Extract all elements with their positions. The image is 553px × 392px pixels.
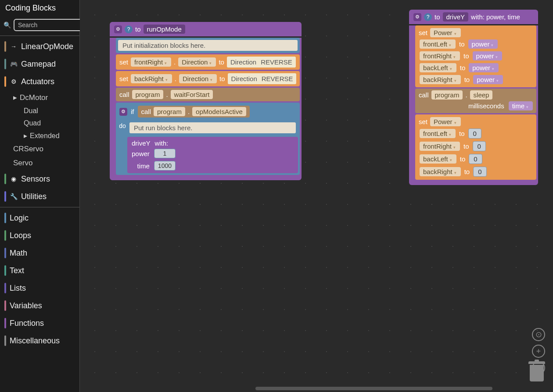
category-lists[interactable]: Lists bbox=[0, 279, 79, 297]
motor-dropdown[interactable]: backLeft bbox=[420, 154, 456, 164]
value-zero[interactable]: 0 bbox=[473, 167, 486, 177]
param-power-value[interactable]: 1 bbox=[154, 149, 176, 158]
if-block[interactable]: ⚙ if call program . opModeIsActive do Pu… bbox=[116, 103, 300, 175]
set-direction-backright[interactable]: set backRight . Direction to Direction R… bbox=[116, 71, 300, 86]
set-keyword: set bbox=[119, 75, 128, 82]
reverse-value: REVERSE bbox=[261, 58, 292, 66]
gear-icon[interactable]: ⚙ bbox=[119, 108, 127, 116]
comment-text[interactable]: Put initialization blocks here. bbox=[118, 40, 298, 51]
to-keyword: to bbox=[463, 143, 469, 150]
call-keyword: call bbox=[141, 108, 151, 115]
to-keyword: to bbox=[135, 25, 141, 33]
subcategory-label: CRServo bbox=[13, 145, 43, 153]
category-loops[interactable]: Loops bbox=[0, 227, 79, 244]
set-power-block[interactable]: set Power frontLeft to power frontRight … bbox=[415, 25, 536, 87]
call-opmodeisactive[interactable]: call program . opModeIsActive bbox=[138, 106, 250, 118]
function-runopmode[interactable]: ⚙ ? to runOpMode Put initialization bloc… bbox=[110, 22, 302, 180]
gear-icon[interactable]: ⚙ bbox=[114, 25, 122, 33]
call-sleep[interactable]: call program . sleep milliseconds time bbox=[415, 89, 536, 113]
property-dropdown[interactable]: Power bbox=[430, 28, 461, 37]
value-zero[interactable]: 0 bbox=[469, 154, 482, 164]
gear-icon[interactable]: ⚙ bbox=[413, 13, 421, 21]
category-gamepad[interactable]: 🎮 Gamepad bbox=[0, 55, 79, 73]
motor-dropdown[interactable]: frontRight bbox=[420, 51, 460, 61]
category-label: Utilities bbox=[21, 192, 47, 201]
divider bbox=[0, 207, 79, 207]
var-power[interactable]: power bbox=[473, 75, 503, 84]
category-color bbox=[4, 248, 6, 258]
to-keyword: to bbox=[434, 13, 440, 21]
subcategory-quad[interactable]: Quad bbox=[0, 117, 79, 129]
set-keyword: set bbox=[119, 58, 128, 66]
function-hat[interactable]: ⚙ ? to runOpMode bbox=[110, 22, 302, 36]
reverse-value: REVERSE bbox=[262, 75, 293, 82]
set-power-zero-block[interactable]: set Power frontLeft to 0 frontRight to 0 bbox=[415, 114, 536, 180]
program-pill: program bbox=[431, 90, 463, 100]
motor-dropdown[interactable]: backRight bbox=[420, 167, 461, 176]
motor-dropdown[interactable]: backLeft bbox=[420, 63, 456, 72]
category-logic[interactable]: Logic bbox=[0, 209, 79, 227]
category-sensors[interactable]: ◉ Sensors bbox=[0, 170, 79, 188]
motor-dropdown[interactable]: frontLeft bbox=[420, 39, 456, 49]
with-params: with: power, time bbox=[471, 13, 520, 21]
motor-dropdown[interactable]: frontLeft bbox=[420, 129, 456, 138]
motor-row-frontright: frontRight to 0 bbox=[420, 140, 535, 153]
value-zero[interactable]: 0 bbox=[468, 128, 481, 139]
category-miscellaneous[interactable]: Miscellaneous bbox=[0, 332, 79, 349]
function-name[interactable]: driveY bbox=[443, 12, 469, 21]
category-label: Text bbox=[10, 266, 24, 275]
do-keyword: do bbox=[118, 119, 127, 173]
property-dropdown[interactable]: Power bbox=[430, 117, 461, 126]
category-math[interactable]: Math bbox=[0, 244, 79, 262]
direction-value-slot[interactable]: Direction REVERSE bbox=[228, 73, 297, 84]
if-body: do Put run blocks here. driveY with: pow… bbox=[118, 119, 298, 173]
motor-row-frontleft: frontLeft to 0 bbox=[420, 127, 535, 140]
workspace-canvas[interactable]: ⚙ ? to runOpMode Put initialization bloc… bbox=[80, 0, 553, 392]
motor-dropdown[interactable]: backRight bbox=[420, 75, 461, 84]
call-waitforstart[interactable]: call program . waitForStart bbox=[116, 88, 300, 101]
subcategory-extended[interactable]: ▸Extended bbox=[0, 129, 79, 142]
sleep-param: milliseconds time bbox=[419, 100, 533, 111]
category-color bbox=[4, 318, 6, 328]
category-actuators[interactable]: ⚙ Actuators bbox=[0, 73, 79, 90]
var-time[interactable]: time bbox=[509, 101, 533, 110]
category-utilities[interactable]: 🔧 Utilities bbox=[0, 188, 79, 205]
var-power[interactable]: power bbox=[469, 63, 499, 72]
comment-text[interactable]: Put run blocks here. bbox=[129, 122, 296, 133]
motor-row-backleft: backLeft to 0 bbox=[420, 153, 535, 165]
zoom-in-button[interactable]: + bbox=[532, 345, 545, 358]
call-drivey[interactable]: driveY with: power 1 time 1000 bbox=[127, 137, 298, 173]
direction-value-slot[interactable]: Direction REVERSE bbox=[227, 57, 296, 68]
param-time-value[interactable]: 1000 bbox=[154, 161, 176, 171]
horizontal-scrollbar[interactable] bbox=[255, 387, 492, 390]
motor-dropdown[interactable]: frontRight bbox=[420, 142, 460, 151]
comment-block[interactable]: Put run blocks here. bbox=[127, 120, 298, 135]
category-functions[interactable]: Functions bbox=[0, 314, 79, 332]
subcategory-dual[interactable]: Dual bbox=[0, 105, 79, 117]
subcategory-servo[interactable]: Servo bbox=[0, 156, 79, 170]
function-name[interactable]: runOpMode bbox=[144, 25, 185, 34]
with-keyword: with: bbox=[154, 139, 168, 147]
function-hat[interactable]: ⚙ ? to driveY with: power, time bbox=[409, 10, 538, 24]
var-power[interactable]: power bbox=[473, 51, 503, 61]
function-drivey[interactable]: ⚙ ? to driveY with: power, time set Powe… bbox=[409, 10, 538, 185]
trash-button[interactable] bbox=[528, 361, 545, 383]
center-button[interactable]: ⊙ bbox=[532, 328, 545, 341]
property-dropdown[interactable]: Direction bbox=[178, 57, 216, 67]
property-dropdown[interactable]: Direction bbox=[179, 74, 217, 83]
category-text[interactable]: Text bbox=[0, 262, 79, 279]
motor-rows: frontLeft to 0 frontRight to 0 backLeft … bbox=[417, 127, 535, 178]
help-icon[interactable]: ? bbox=[125, 25, 133, 33]
motor-dropdown[interactable]: frontRight bbox=[131, 57, 171, 67]
help-icon[interactable]: ? bbox=[424, 13, 432, 21]
category-variables[interactable]: Variables bbox=[0, 297, 79, 314]
var-power[interactable]: power bbox=[468, 39, 498, 49]
motor-dropdown[interactable]: backRight bbox=[131, 74, 172, 83]
subcategory-dcmotor[interactable]: ▸ DcMotor bbox=[0, 90, 79, 105]
value-zero[interactable]: 0 bbox=[473, 141, 486, 151]
subcategory-crservo[interactable]: CRServo bbox=[0, 142, 79, 156]
category-linearopmode[interactable]: → LinearOpMode bbox=[0, 38, 79, 55]
set-power-header: set Power bbox=[417, 27, 535, 38]
comment-block[interactable]: Put initialization blocks here. bbox=[116, 38, 300, 53]
set-direction-frontright[interactable]: set frontRight . Direction to Direction … bbox=[116, 54, 300, 70]
